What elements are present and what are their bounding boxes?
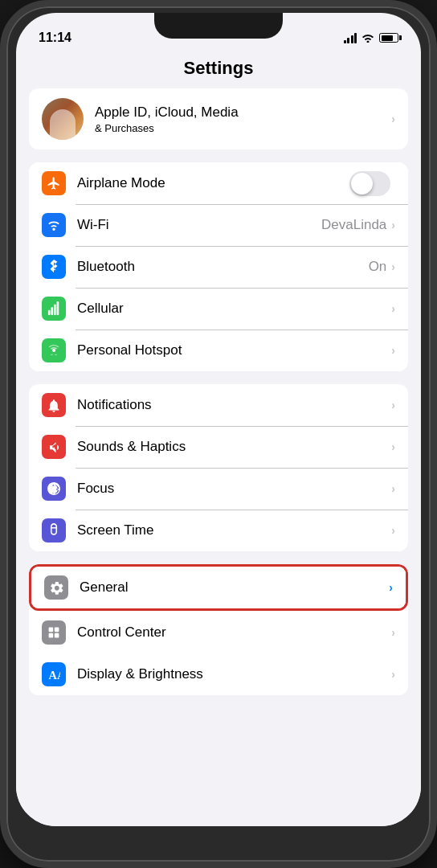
general-highlighted-wrapper: General › <box>29 564 408 611</box>
sounds-icon <box>42 435 66 459</box>
display-chevron-icon: › <box>391 668 395 681</box>
control-center-chevron-icon: › <box>391 626 395 639</box>
screen-time-label: Screen Time <box>77 522 391 538</box>
signal-bars-icon <box>344 33 357 43</box>
apple-id-title: Apple ID, iCloud, Media <box>95 104 391 121</box>
settings-content: Settings Apple ID, iCloud, Media & Purch… <box>16 51 421 826</box>
sounds-chevron-icon: › <box>391 440 395 453</box>
wifi-chevron-icon: › <box>391 219 395 231</box>
general-section: General › <box>29 564 408 695</box>
svg-rect-0 <box>48 310 51 315</box>
page-header: Settings <box>16 51 421 88</box>
wifi-row[interactable]: Wi-Fi DevaLinda › <box>29 204 408 246</box>
screen: 11:14 Setti <box>16 13 421 826</box>
wifi-value: DevaLinda <box>321 217 386 233</box>
sounds-row[interactable]: Sounds & Haptics › <box>29 426 408 468</box>
notifications-group: Notifications › Sounds & Haptics › <box>29 384 408 551</box>
bluetooth-chevron-icon: › <box>391 260 395 273</box>
hotspot-icon <box>42 338 66 362</box>
apple-id-subtitle: & Purchases <box>95 122 391 134</box>
focus-icon <box>42 477 66 501</box>
focus-chevron-icon: › <box>391 482 395 495</box>
battery-icon <box>379 33 398 43</box>
sounds-label: Sounds & Haptics <box>77 439 391 455</box>
focus-label: Focus <box>77 481 391 497</box>
svg-rect-1 <box>51 307 53 315</box>
general-icon <box>44 575 68 600</box>
wifi-settings-icon <box>42 213 66 237</box>
svg-rect-3 <box>57 301 59 315</box>
svg-rect-6 <box>55 628 59 633</box>
control-center-icon <box>42 620 66 645</box>
airplane-mode-label: Airplane Mode <box>77 175 349 191</box>
display-row[interactable]: AA Display & Brightness › <box>29 653 408 695</box>
display-icon: AA <box>42 662 66 686</box>
status-time: 11:14 <box>39 31 71 45</box>
svg-rect-5 <box>49 628 54 633</box>
screen-time-row[interactable]: Screen Time › <box>29 510 408 551</box>
svg-point-4 <box>52 349 55 352</box>
status-icons <box>344 33 399 43</box>
control-center-row[interactable]: Control Center › <box>29 612 408 653</box>
notifications-icon <box>42 393 66 417</box>
bluetooth-label: Bluetooth <box>77 259 369 275</box>
wifi-icon <box>361 33 374 43</box>
notifications-row[interactable]: Notifications › <box>29 384 408 426</box>
notifications-label: Notifications <box>77 397 391 413</box>
connectivity-group: Airplane Mode Wi-Fi DevaLinda <box>29 162 408 371</box>
airplane-mode-icon <box>42 171 66 195</box>
svg-rect-7 <box>49 633 54 638</box>
bluetooth-icon <box>42 255 66 279</box>
screen-time-chevron-icon: › <box>391 524 395 537</box>
cellular-label: Cellular <box>77 301 391 317</box>
cellular-icon <box>42 297 66 321</box>
screen-time-icon <box>42 518 66 542</box>
general-group: General › <box>29 564 408 695</box>
avatar <box>42 98 84 140</box>
apple-id-text: Apple ID, iCloud, Media & Purchases <box>95 104 391 133</box>
hotspot-chevron-icon: › <box>391 344 395 357</box>
svg-rect-2 <box>54 305 56 315</box>
wifi-label: Wi-Fi <box>77 217 321 233</box>
cellular-row[interactable]: Cellular › <box>29 288 408 330</box>
apple-id-row[interactable]: Apple ID, iCloud, Media & Purchases › <box>29 88 408 149</box>
bluetooth-row[interactable]: Bluetooth On › <box>29 246 408 288</box>
airplane-mode-row[interactable]: Airplane Mode <box>29 162 408 204</box>
phone-frame: 11:14 Setti <box>0 0 437 868</box>
bluetooth-value: On <box>369 259 387 275</box>
hotspot-label: Personal Hotspot <box>77 342 391 358</box>
svg-text:AA: AA <box>49 669 60 681</box>
general-label: General <box>80 579 389 596</box>
general-chevron-icon: › <box>389 581 393 594</box>
page-title: Settings <box>184 58 254 78</box>
display-label: Display & Brightness <box>77 666 391 682</box>
notifications-section: Notifications › Sounds & Haptics › <box>29 384 408 551</box>
control-center-label: Control Center <box>77 624 391 641</box>
cellular-chevron-icon: › <box>391 302 395 315</box>
settings-scroll: Apple ID, iCloud, Media & Purchases › <box>16 88 421 708</box>
focus-row[interactable]: Focus › <box>29 468 408 510</box>
notifications-chevron-icon: › <box>391 399 395 411</box>
notch <box>154 13 283 39</box>
svg-rect-8 <box>55 633 59 638</box>
airplane-mode-toggle[interactable] <box>349 171 390 196</box>
hotspot-row[interactable]: Personal Hotspot › <box>29 330 408 371</box>
apple-id-chevron-icon: › <box>391 113 395 125</box>
connectivity-section: Airplane Mode Wi-Fi DevaLinda <box>29 162 408 371</box>
general-row[interactable]: General › <box>31 567 406 608</box>
